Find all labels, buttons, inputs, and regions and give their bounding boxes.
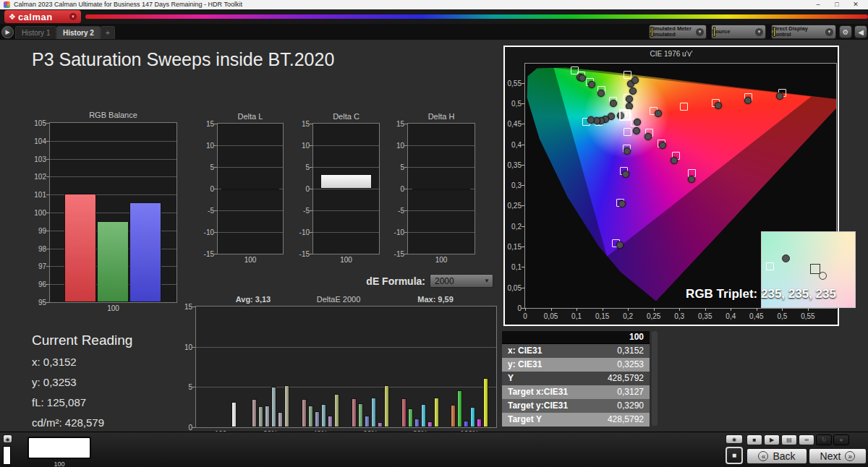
stop-button[interactable]: ■ (746, 434, 762, 445)
settings-button[interactable]: ⚙ (839, 25, 852, 38)
table-row[interactable]: Target y:CIE310,3290 (502, 399, 650, 413)
cie-measured-dot (597, 90, 605, 97)
cie-measured-dot (644, 133, 652, 140)
cie-y-tick-label: 0,2 (506, 223, 522, 231)
display-control-dropdown[interactable]: Direct Display Control ▼ (771, 25, 836, 39)
rainbow-gradient-strip (85, 14, 868, 19)
y-tick-label: 15 (386, 120, 404, 128)
title-bar: Calman 2023 Calman Ultimate for Business… (0, 0, 868, 9)
delta-l-xlabel: 100 (217, 256, 284, 264)
gear-icon: ⚙ (843, 28, 849, 36)
loop-button[interactable]: ∞ (799, 434, 814, 445)
delta-c-xlabel: 100 (312, 256, 380, 264)
filmstrip-eye-button[interactable]: ◉ (3, 434, 12, 443)
collapse-arrow-icon: ◀ (858, 28, 864, 36)
y-tick-label: 99 (27, 227, 46, 235)
maximize-button[interactable]: □ (830, 0, 843, 9)
chart-bar (64, 194, 96, 302)
cie-target-square (624, 128, 631, 136)
record-button[interactable]: ● (833, 434, 849, 445)
deltae-bar (271, 387, 276, 427)
table-row[interactable]: Target Y428,5792 (502, 413, 650, 427)
calman-menu-button[interactable]: ❖ calman ▼ (4, 10, 81, 23)
preview-eye-button[interactable]: ◉ (726, 434, 743, 444)
y-tick-label: 0 (386, 185, 404, 193)
display-chevron-icon: ▼ (825, 28, 833, 36)
table-scrollbar[interactable] (652, 331, 658, 426)
y-tick-label: 10 (174, 343, 192, 351)
deltae-bar (352, 398, 357, 427)
tab-history-2[interactable]: History 2 (56, 26, 101, 39)
table-row[interactable]: Target x:CIE310,3127 (502, 385, 650, 399)
cie-measured-dot (610, 100, 617, 107)
cie-measured-dot (626, 103, 633, 110)
table-row[interactable]: y: CIE310,3253 (502, 358, 650, 372)
deltae-bar (401, 398, 407, 427)
cie-measured-dot (776, 93, 783, 100)
cie-y-tick-label: 0,3 (506, 181, 522, 189)
delta-c-title: Delta C (312, 112, 380, 121)
table-row[interactable]: Y428,5792 (502, 372, 650, 385)
y-tick-label: 101 (27, 191, 46, 199)
de-formula-select[interactable]: 2000 ▼ (430, 274, 493, 288)
collapse-panel-button[interactable]: ◀ (854, 25, 867, 38)
slide-thumbnail-100[interactable] (27, 437, 91, 459)
y-tick-label: -15 (291, 250, 310, 258)
logo-dropdown-icon[interactable]: ▼ (69, 13, 77, 20)
y-tick-label: 5 (386, 163, 404, 171)
y-tick-label: -5 (291, 207, 310, 215)
cie-measured-dot (655, 110, 662, 117)
minimize-button[interactable]: – (812, 0, 825, 9)
close-button[interactable]: ✕ (849, 0, 862, 9)
cie-x-tick-label: 0,15 (595, 312, 609, 320)
meter-dropdown[interactable]: Simulated Meter Simulated ▼ (649, 25, 707, 39)
table-row-label: x: CIE31 (502, 344, 587, 358)
cie-measured-dot (633, 127, 640, 134)
deltae-bar (457, 390, 462, 427)
cie-measured-dot (624, 147, 631, 155)
cie-x-tick-label: 0,5 (777, 312, 787, 320)
slideshow-button[interactable]: ▤ (781, 434, 797, 445)
y-tick-label: 5 (195, 163, 214, 171)
tab-history-1[interactable]: History 1 (15, 26, 56, 39)
tab-bar: ▶ History 1 History 2 + Simulated Meter … (0, 24, 868, 40)
source-accent-bar (713, 27, 715, 37)
back-button[interactable]: « Back (746, 448, 807, 464)
stop-pattern-button[interactable]: ■ (726, 447, 743, 464)
y-tick-label: 102 (27, 173, 46, 181)
record-icon: ● (840, 437, 843, 443)
workflow-expander-button[interactable]: ▶ (1, 26, 14, 38)
y-tick-label: -15 (386, 250, 404, 258)
table-row-label: y: CIE31 (502, 358, 587, 372)
rgb-triplet-label: RGB Triplet: 235, 235, 235 (592, 287, 836, 301)
y-tick-label: -5 (386, 207, 404, 215)
deltae-bar (371, 398, 376, 427)
table-body: x: CIE310,3152y: CIE310,3253Y428,5792Tar… (502, 344, 650, 427)
deltae-bar (378, 422, 383, 427)
source-dropdown-label: Source (712, 29, 753, 35)
display-dropdown-label: Direct Display Control (772, 26, 823, 38)
meter-dropdown-line2: Simulated (650, 32, 694, 38)
cie-measured-dot (671, 157, 678, 164)
play-button[interactable]: ▶ (764, 434, 780, 445)
calman-logo-text: calman (18, 12, 53, 22)
cie-y-tick-label: 0,45 (506, 120, 522, 128)
previous-slide-thumbnail[interactable] (3, 446, 11, 465)
cie-measured-dot (659, 142, 666, 149)
tab-add-button[interactable]: + (101, 26, 115, 39)
source-dropdown[interactable]: Source ▼ (711, 25, 766, 39)
cie-title: CIE 1976 u'v' (505, 50, 838, 58)
next-chevron-icon: » (845, 451, 855, 461)
table-row-value: 0,3127 (587, 385, 650, 399)
rgb-balance-xlabel: 100 (49, 304, 177, 312)
refresh-icon: ↻ (822, 437, 827, 443)
next-button[interactable]: Next » (809, 448, 867, 464)
current-reading-heading: Current Reading (32, 333, 132, 348)
cie-measured-dot (616, 241, 624, 249)
refresh-button[interactable]: ↻ (816, 434, 832, 445)
deltae-bar (365, 416, 370, 427)
table-row[interactable]: x: CIE310,3152 (502, 344, 650, 358)
delta-h-xlabel: 100 (407, 256, 475, 264)
deltae-bar (252, 399, 257, 427)
cie-x-tick-label: 0 (523, 312, 527, 320)
